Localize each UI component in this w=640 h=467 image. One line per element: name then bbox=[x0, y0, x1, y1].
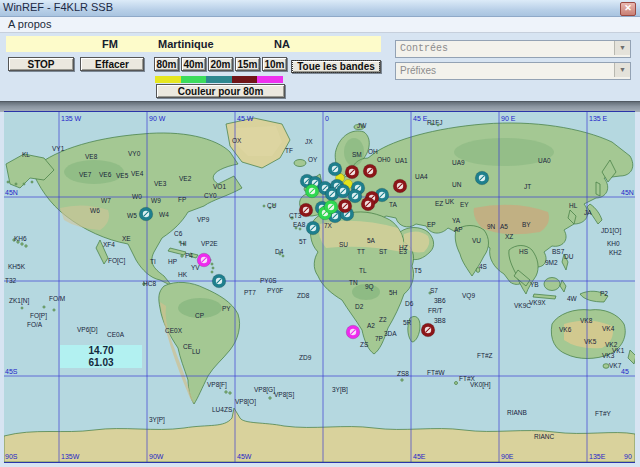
prefix-label: A5 bbox=[500, 223, 508, 230]
dx-spot-marker[interactable] bbox=[139, 207, 153, 221]
prefix-label: 5R bbox=[403, 319, 412, 326]
prefix-label: 9N bbox=[487, 223, 496, 230]
mode-label: FM bbox=[102, 38, 118, 50]
band-button-20m[interactable]: 20m bbox=[208, 57, 233, 71]
svg-text:90: 90 bbox=[624, 453, 632, 460]
prefix-label: VP2E bbox=[201, 240, 218, 247]
prefix-label: KH6 bbox=[14, 235, 27, 242]
prefix-label: UA1 bbox=[395, 157, 408, 164]
status-strip: FM Martinique NA bbox=[6, 36, 381, 52]
prefix-label: VE8 bbox=[85, 153, 98, 160]
dx-spot-marker[interactable] bbox=[212, 274, 226, 288]
prefix-label: 9Q bbox=[365, 283, 374, 291]
prefix-label: VK3 bbox=[602, 352, 615, 359]
band-button-10m[interactable]: 10m bbox=[262, 57, 287, 71]
band-color-button[interactable]: Couleur pour 80m bbox=[156, 84, 285, 98]
chevron-down-icon[interactable]: ▼ bbox=[614, 41, 630, 55]
prefix-label: HC8 bbox=[143, 280, 156, 287]
prefix-label: P4 bbox=[185, 252, 193, 259]
prefix-label: VQ9 bbox=[462, 292, 475, 300]
prefix-label: LU bbox=[192, 348, 201, 355]
prefix-label: VK4 bbox=[602, 325, 615, 332]
prefix-label: ZK1[N] bbox=[9, 297, 29, 305]
countries-combo[interactable]: Contrées ▼ bbox=[395, 40, 631, 58]
prefix-label: XF4 bbox=[103, 241, 115, 248]
svg-text:135 W: 135 W bbox=[61, 115, 82, 122]
dx-spot-marker[interactable] bbox=[328, 162, 342, 176]
prefixes-combo[interactable]: Préfixes ▼ bbox=[395, 62, 631, 80]
dx-spot-marker[interactable] bbox=[306, 221, 320, 235]
prefix-label: HK bbox=[178, 271, 188, 278]
world-map: 135 W135W90 W90W45 W45W045 E45E90 E90E13… bbox=[4, 112, 635, 462]
prefix-label: CU bbox=[267, 202, 277, 209]
prefix-label: TF bbox=[285, 147, 293, 154]
clear-button[interactable]: Effacer bbox=[80, 57, 144, 71]
prefix-label: FT#Y bbox=[595, 410, 612, 417]
prefixes-combo-value: Préfixes bbox=[400, 65, 436, 76]
dx-spot-marker[interactable] bbox=[345, 165, 359, 179]
dx-spot-marker[interactable] bbox=[197, 253, 211, 267]
prefix-label: JT bbox=[524, 183, 531, 190]
dx-spot-marker[interactable] bbox=[305, 184, 319, 198]
prefix-label: SM bbox=[352, 151, 362, 158]
prefix-label: SU bbox=[339, 241, 348, 248]
prefix-label: CE0A bbox=[107, 331, 125, 338]
prefix-label: VK9X bbox=[529, 299, 546, 306]
dx-spot-marker[interactable] bbox=[346, 325, 360, 339]
prefix-label: W9 bbox=[151, 197, 161, 204]
band-color-strip bbox=[155, 76, 283, 83]
dx-spot-marker[interactable] bbox=[338, 199, 352, 213]
dx-spot-marker[interactable] bbox=[421, 323, 435, 337]
prefix-label: VE7 bbox=[79, 171, 92, 178]
prefix-label: VE6 bbox=[99, 171, 112, 178]
prefix-label: 4S bbox=[479, 263, 488, 270]
title-bar[interactable]: WinREF - F4KLR SSB ✕ bbox=[0, 0, 640, 17]
menu-item-a-propos[interactable]: A propos bbox=[8, 18, 51, 30]
prefix-label: FT#W bbox=[427, 369, 446, 376]
prefix-label: VE3 bbox=[154, 180, 167, 187]
application-window: WinREF - F4KLR SSB ✕ A propos FM Martini… bbox=[0, 0, 640, 467]
chevron-down-icon[interactable]: ▼ bbox=[614, 63, 630, 77]
band-button-40m[interactable]: 40m bbox=[181, 57, 206, 71]
svg-text:90W: 90W bbox=[149, 453, 164, 460]
prefix-label: JD1[O] bbox=[601, 227, 621, 235]
prefix-label: YV bbox=[191, 264, 200, 271]
dx-spot-marker[interactable] bbox=[475, 171, 489, 185]
prefix-label: YA bbox=[452, 217, 461, 224]
dx-spot-marker[interactable] bbox=[348, 189, 362, 203]
prefix-label: W0 bbox=[132, 193, 142, 200]
prefix-label: W6 bbox=[90, 207, 100, 214]
svg-text:135E: 135E bbox=[589, 453, 606, 460]
prefix-label: VU bbox=[472, 237, 481, 244]
dx-spot-marker[interactable] bbox=[299, 203, 313, 217]
band-button-80m[interactable]: 80m bbox=[154, 57, 179, 71]
prefix-label: HL bbox=[569, 202, 578, 209]
dx-spot-marker[interactable] bbox=[336, 184, 350, 198]
band-button-15m[interactable]: 15m bbox=[235, 57, 260, 71]
band-color-10m bbox=[257, 76, 283, 83]
stop-button[interactable]: STOP bbox=[8, 57, 74, 71]
dx-spot-marker[interactable] bbox=[361, 197, 375, 211]
svg-text:90 E: 90 E bbox=[501, 115, 516, 122]
toolbar: FM Martinique NA STOP Effacer 80m 40m 20… bbox=[0, 33, 640, 101]
prefix-label: KH5K bbox=[8, 263, 26, 270]
all-bands-button[interactable]: Toue les bandes bbox=[291, 60, 381, 73]
prefix-label: 5T bbox=[299, 238, 307, 245]
prefix-label: VK5 bbox=[584, 338, 597, 345]
band-color-80m bbox=[155, 76, 181, 83]
prefix-label: S7 bbox=[430, 287, 438, 294]
prefix-label: VK0[H] bbox=[470, 381, 491, 389]
prefix-label: VY0 bbox=[128, 150, 141, 157]
prefix-label: PY0F bbox=[267, 287, 283, 294]
prefix-label: XZ bbox=[505, 233, 513, 240]
prefix-label: EA8 bbox=[293, 221, 306, 228]
dx-spot-marker[interactable] bbox=[324, 200, 338, 214]
prefix-label: OY bbox=[308, 156, 318, 163]
info-box-value-2: 61.03 bbox=[60, 357, 142, 369]
prefix-label: FR/T bbox=[428, 307, 442, 314]
dx-spot-marker[interactable] bbox=[363, 164, 377, 178]
svg-text:45N: 45N bbox=[621, 189, 634, 196]
dx-spot-marker[interactable] bbox=[393, 179, 407, 193]
close-button[interactable]: ✕ bbox=[620, 2, 636, 16]
prefix-label: VO1 bbox=[213, 183, 226, 190]
